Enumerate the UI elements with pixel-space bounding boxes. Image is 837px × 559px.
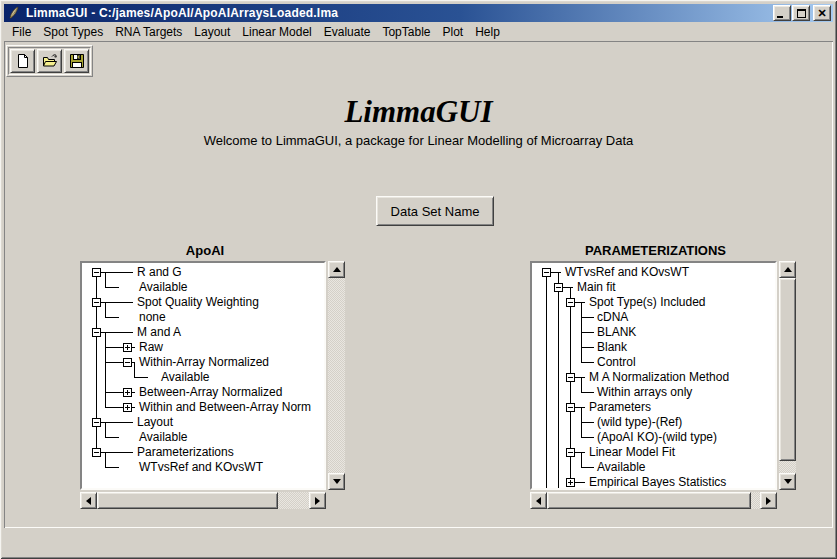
tree-header-parameterizations: PARAMETERIZATIONS	[530, 243, 781, 258]
menu-item-rna-targets[interactable]: RNA Targets	[109, 23, 188, 41]
tree-item-label[interactable]: Within-Array Normalized	[139, 354, 269, 370]
tree-collapse-toggle[interactable]	[92, 418, 101, 427]
scroll-down-button[interactable]	[779, 473, 796, 490]
tree-collapse-toggle[interactable]	[123, 358, 132, 367]
tree-item-label[interactable]: Available	[139, 429, 187, 445]
scrollbar-thumb[interactable]	[779, 278, 796, 461]
tree-connector-line	[105, 467, 119, 468]
tree-connector-line	[550, 272, 561, 273]
tree-item-label[interactable]: none	[139, 309, 166, 325]
scroll-left-button[interactable]	[80, 492, 97, 509]
tree-item-label[interactable]: R and G	[137, 264, 182, 280]
tree-item-label[interactable]: M A Normalization Method	[589, 369, 729, 385]
tree-item-label[interactable]: Layout	[137, 414, 173, 430]
minimize-button[interactable]	[773, 5, 791, 21]
tree-item-label[interactable]: Parameters	[589, 399, 651, 415]
tree-connector-line	[581, 362, 594, 363]
tree-apoai[interactable]: R and GAvailableSpot Quality Weightingno…	[80, 261, 326, 490]
parameterizations-horizontal-scrollbar[interactable]	[530, 492, 777, 509]
tree-item-label[interactable]: Empirical Bayes Statistics	[589, 474, 726, 490]
menu-item-toptable[interactable]: TopTable	[376, 23, 436, 41]
menu-item-plot[interactable]: Plot	[436, 23, 469, 41]
arrow-right-icon	[766, 497, 775, 505]
scroll-left-button[interactable]	[530, 492, 547, 509]
tree-expand-toggle[interactable]	[123, 388, 132, 397]
tree-item-label[interactable]: M and A	[137, 324, 181, 340]
tree-item-label[interactable]: Linear Model Fit	[589, 444, 675, 460]
parameterizations-vertical-scrollbar[interactable]	[779, 261, 796, 490]
apoai-vertical-scrollbar[interactable]	[328, 261, 345, 490]
tree-item-label[interactable]: Available	[161, 369, 209, 385]
tree-connector-line	[105, 392, 123, 393]
tree-item-label[interactable]: Control	[597, 354, 636, 370]
scrollbar-thumb[interactable]	[547, 492, 751, 509]
tree-parameterizations[interactable]: WTvsRef and KOvsWTMain fitSpot Type(s) I…	[530, 261, 777, 490]
new-document-icon	[15, 53, 31, 69]
tree-item-label[interactable]: Within arrays only	[597, 384, 692, 400]
tree-connector-line	[574, 407, 585, 408]
tree-item-label[interactable]: Between-Array Normalized	[139, 384, 282, 400]
title-bar[interactable]: LimmaGUI - C:/james/ApoAI/ApoAIArraysLoa…	[4, 4, 833, 22]
tree-expand-toggle[interactable]	[123, 403, 132, 412]
tree-item-label[interactable]: Main fit	[577, 279, 616, 295]
tree-collapse-toggle[interactable]	[92, 268, 101, 277]
scroll-down-button[interactable]	[328, 473, 345, 490]
tree-item-label[interactable]: WTvsRef and KOvsWT	[565, 264, 689, 280]
menu-item-spot-types[interactable]: Spot Types	[37, 23, 109, 41]
menu-item-layout[interactable]: Layout	[188, 23, 236, 41]
tree-connector-line	[105, 347, 123, 348]
tree-item-label[interactable]: Within and Between-Array Norm	[139, 399, 311, 415]
tree-collapse-toggle[interactable]	[566, 403, 575, 412]
tree-collapse-toggle[interactable]	[554, 283, 563, 292]
tree-collapse-toggle[interactable]	[566, 373, 575, 382]
menu-item-file[interactable]: File	[6, 23, 37, 41]
tree-item-label[interactable]: Spot Type(s) Included	[589, 294, 706, 310]
tree-collapse-toggle[interactable]	[92, 448, 101, 457]
tree-connector-line	[105, 272, 106, 288]
tree-item-label[interactable]: WTvsRef and KOvsWT	[139, 459, 263, 475]
tree-collapse-toggle[interactable]	[542, 268, 551, 277]
maximize-icon	[797, 9, 806, 18]
tree-item-label[interactable]: Blank	[597, 339, 627, 355]
menu-item-linear-model[interactable]: Linear Model	[236, 23, 317, 41]
tree-item-label[interactable]: Available	[597, 459, 645, 475]
apoai-horizontal-scrollbar[interactable]	[80, 492, 326, 509]
welcome-text: Welcome to LimmaGUI, a package for Linea…	[4, 133, 833, 148]
tree-item-label[interactable]: Parameterizations	[137, 444, 234, 460]
tree-item-label[interactable]: Spot Quality Weighting	[137, 294, 259, 310]
data-set-name-button[interactable]: Data Set Name	[376, 196, 494, 226]
scroll-right-button[interactable]	[309, 492, 326, 509]
menu-item-help[interactable]: Help	[469, 23, 506, 41]
tree-item-label[interactable]: (ApoAI KO)-(wild type)	[597, 429, 717, 445]
new-file-button[interactable]	[10, 49, 35, 73]
tree-connector-line	[574, 452, 585, 453]
tree-collapse-toggle[interactable]	[92, 298, 101, 307]
tree-item-label[interactable]: cDNA	[597, 309, 628, 325]
save-file-button[interactable]	[64, 49, 89, 73]
menu-item-evaluate[interactable]: Evaluate	[318, 23, 377, 41]
scrollbar-trough[interactable]	[328, 261, 345, 490]
tree-connector-line	[581, 467, 594, 468]
scroll-up-button[interactable]	[328, 261, 345, 278]
tree-connector-line	[574, 482, 585, 483]
tree-expand-toggle[interactable]	[566, 478, 575, 487]
page-title: LimmaGUI	[4, 94, 833, 130]
scroll-up-button[interactable]	[779, 261, 796, 278]
tree-collapse-toggle[interactable]	[566, 448, 575, 457]
tree-item-label[interactable]: Available	[139, 279, 187, 295]
tree-collapse-toggle[interactable]	[92, 328, 101, 337]
close-button[interactable]: ✕	[813, 5, 831, 21]
tree-item-label[interactable]: Raw	[139, 339, 163, 355]
tree-item-label[interactable]: (wild type)-(Ref)	[597, 414, 682, 430]
open-file-button[interactable]	[37, 49, 62, 73]
tree-header-apoai: ApoAI	[80, 243, 330, 258]
scroll-right-button[interactable]	[760, 492, 777, 509]
toolbar-inner	[8, 47, 91, 75]
tree-item-label[interactable]: BLANK	[597, 324, 636, 340]
maximize-button[interactable]	[792, 5, 810, 21]
tree-collapse-toggle[interactable]	[566, 298, 575, 307]
tree-connector-line	[581, 377, 582, 393]
scrollbar-thumb[interactable]	[97, 492, 278, 509]
tree-expand-toggle[interactable]	[123, 343, 132, 352]
tree-connector-line	[581, 452, 582, 468]
